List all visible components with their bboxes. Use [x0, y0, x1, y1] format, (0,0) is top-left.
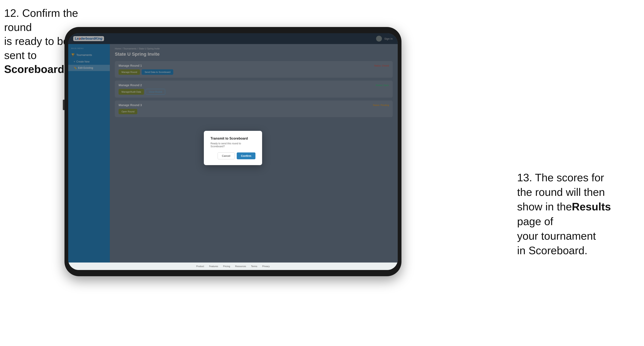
instr-b-line2: the round will then [517, 186, 605, 198]
footer-privacy[interactable]: Privacy [262, 265, 270, 268]
footer-resources[interactable]: Resources [235, 265, 246, 268]
instr-b-emphasis: Results [572, 201, 611, 213]
main-layout: MAIN MENU 🏆 Tournaments + Create New ✏️ … [68, 44, 398, 263]
cancel-button[interactable]: Cancel [218, 153, 235, 159]
instruction-line3: Scoreboard. [4, 63, 67, 75]
page-footer: Product Features Pricing Resources Terms… [68, 263, 398, 270]
tablet-side-button [63, 100, 64, 110]
footer-pricing[interactable]: Pricing [223, 265, 230, 268]
transmit-modal: Transmit to Scoreboard Ready to send thi… [204, 131, 262, 165]
instruction-bottom: 13. The scores for the round will then s… [517, 170, 638, 258]
modal-subtitle: Ready to send this round to Scoreboard? [210, 142, 256, 148]
app-screen: LeaderboardKing Sign In MAIN MENU 🏆 Tour… [68, 33, 398, 270]
modal-buttons: Cancel Confirm [210, 153, 256, 159]
modal-overlay: Transmit to Scoreboard Ready to send thi… [110, 44, 398, 263]
footer-product[interactable]: Product [196, 265, 204, 268]
modal-title: Transmit to Scoreboard [210, 137, 256, 140]
instr-b-line1: 13. The scores for [517, 172, 604, 183]
instr-b-line3: show in the [517, 201, 572, 213]
instr-b-line6: in Scoreboard. [517, 244, 588, 256]
main-content: Home / Tournaments / State U Spring Invi… [110, 44, 398, 263]
instruction-line1: 12. Confirm the round [4, 7, 78, 33]
footer-terms[interactable]: Terms [251, 265, 257, 268]
footer-features[interactable]: Features [209, 265, 218, 268]
tablet-device: LeaderboardKing Sign In MAIN MENU 🏆 Tour… [64, 27, 402, 276]
instr-b-line5: your tournament [517, 230, 596, 242]
confirm-button[interactable]: Confirm [237, 153, 256, 159]
instruction-line2: is ready to be sent to [4, 35, 69, 61]
instr-b-line4: page of [517, 215, 553, 227]
tablet-screen: LeaderboardKing Sign In MAIN MENU 🏆 Tour… [68, 33, 398, 270]
